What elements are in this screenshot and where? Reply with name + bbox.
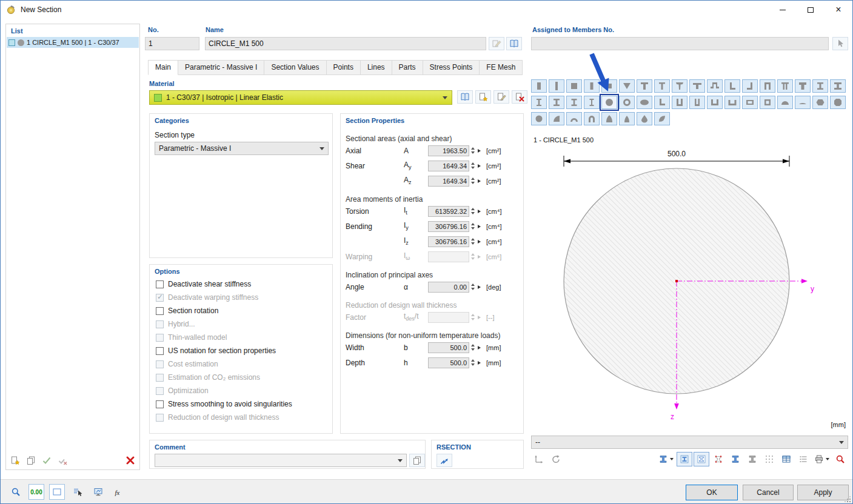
titlebar[interactable]: New Section × xyxy=(1,1,852,19)
value-spinner[interactable] xyxy=(469,236,476,247)
section-shape-angle-left[interactable] xyxy=(724,79,740,93)
property-value-input[interactable]: 500.0 xyxy=(428,357,469,368)
value-detail-button[interactable] xyxy=(476,161,483,171)
section-shape-rect-solid[interactable] xyxy=(531,79,547,93)
section-shape-semicircle[interactable] xyxy=(777,96,793,109)
section-shape-angle-right[interactable] xyxy=(742,79,758,93)
section-shape-circle-small[interactable] xyxy=(531,112,547,125)
value-detail-button[interactable] xyxy=(476,221,483,232)
section-shape-hexagon[interactable] xyxy=(812,96,828,109)
tab-parametric-massive-i[interactable]: Parametric - Massive I xyxy=(178,60,264,75)
property-value-input[interactable]: 1649.34 xyxy=(428,161,469,171)
tab-stress-points[interactable]: Stress Points xyxy=(423,60,480,75)
section-shape-arc-segment[interactable] xyxy=(566,112,582,125)
new-section-button[interactable] xyxy=(8,454,22,467)
property-value-input[interactable]: 306796.16 xyxy=(428,221,469,232)
tab-section-values[interactable]: Section Values xyxy=(264,60,326,75)
print-button[interactable] xyxy=(812,452,831,466)
section-shape-pointed-arch[interactable] xyxy=(601,112,617,125)
material-select[interactable]: 1 - C30/37 | Isotropic | Linear Elastic xyxy=(149,90,452,105)
section-shape-triangle-down[interactable] xyxy=(619,79,635,93)
solid-view-button[interactable] xyxy=(677,452,692,466)
value-spinner[interactable] xyxy=(469,161,476,171)
value-detail-button[interactable] xyxy=(476,145,483,156)
display-options-button[interactable] xyxy=(90,484,106,500)
preview-dropdown[interactable]: -- xyxy=(531,436,848,449)
copy-section-button[interactable] xyxy=(24,454,38,467)
value-spinner[interactable] xyxy=(469,221,476,232)
table-button[interactable] xyxy=(778,452,794,466)
section-shape-channel-down[interactable] xyxy=(760,79,775,93)
comment-select[interactable] xyxy=(155,454,407,467)
cancel-button[interactable]: Cancel xyxy=(743,485,794,500)
property-value-input[interactable]: 1963.50 xyxy=(428,145,469,156)
section-shape-channel-u-wide[interactable] xyxy=(724,96,740,109)
section-shape-rect-narrow[interactable] xyxy=(584,79,600,93)
section-shape-channel-u[interactable] xyxy=(707,96,723,109)
color-swatch-button[interactable] xyxy=(49,484,65,500)
minimize-button[interactable] xyxy=(769,1,797,19)
section-shape-quarter-circle[interactable] xyxy=(549,112,564,125)
section-shape-tube-rect[interactable] xyxy=(742,96,758,109)
value-spinner[interactable] xyxy=(469,282,476,293)
section-shape-tee-wide[interactable] xyxy=(689,79,705,93)
property-value-input[interactable]: 613592.32 xyxy=(428,206,469,217)
checkbox-section-rotation[interactable] xyxy=(156,307,164,315)
function-button[interactable]: fx xyxy=(111,484,127,500)
value-spinner[interactable] xyxy=(469,176,476,187)
section-shape-ellipse-solid[interactable] xyxy=(637,96,652,109)
value-spinner[interactable] xyxy=(469,342,476,353)
new-material-button[interactable] xyxy=(475,90,491,104)
tab-lines[interactable]: Lines xyxy=(361,60,392,75)
section-type-select[interactable]: Parametric - Massive I xyxy=(155,142,329,155)
section-shape-i-narrow[interactable] xyxy=(531,96,547,109)
section-shape-channel-up[interactable] xyxy=(672,96,687,109)
tab-main[interactable]: Main xyxy=(148,60,178,75)
no-input[interactable] xyxy=(145,37,199,50)
section-shape-arch[interactable] xyxy=(584,112,600,125)
tab-parts[interactable]: Parts xyxy=(392,60,423,75)
property-value-input[interactable]: 306796.16 xyxy=(428,236,469,247)
section-shape-square-solid[interactable] xyxy=(566,79,582,93)
edit-material-button[interactable] xyxy=(493,90,509,104)
section-shape-i-tapered[interactable] xyxy=(549,96,564,109)
section-shape-tee-narrow[interactable] xyxy=(654,79,670,93)
section-shape-pointed-arch-narrow[interactable] xyxy=(619,112,635,125)
value-spinner[interactable] xyxy=(469,357,476,368)
section-shape-double-tee[interactable] xyxy=(777,79,793,93)
checkbox-us-notation-for-section-properties[interactable] xyxy=(156,347,164,355)
section-shape-circle-solid[interactable] xyxy=(601,96,617,109)
value-spinner[interactable] xyxy=(469,206,476,217)
section-shape-i-section[interactable] xyxy=(812,79,828,93)
section-shape-hat[interactable] xyxy=(707,79,723,93)
resize-grip[interactable] xyxy=(845,496,851,502)
beam-blue-button[interactable] xyxy=(728,452,743,466)
section-shape-tee-heavy[interactable] xyxy=(795,79,811,93)
delete-material-button[interactable] xyxy=(512,90,527,104)
decimals-button[interactable]: 0.00 xyxy=(28,484,44,500)
section-shape-octagon[interactable] xyxy=(830,96,846,109)
section-shape-square-small[interactable] xyxy=(601,79,617,93)
library-button[interactable] xyxy=(506,37,522,50)
value-spinner[interactable] xyxy=(469,145,476,156)
copy-comment-button[interactable] xyxy=(409,454,425,467)
tab-fe-mesh[interactable]: FE Mesh xyxy=(480,60,523,75)
rsection-export-button[interactable] xyxy=(437,454,452,467)
section-shape-i-section-wide[interactable] xyxy=(830,79,846,93)
property-value-input[interactable]: 1649.34 xyxy=(428,176,469,187)
stress-points-button[interactable] xyxy=(711,452,726,466)
assigned-members-input[interactable] xyxy=(531,37,829,50)
delete-section-button[interactable] xyxy=(124,454,137,467)
maximize-button[interactable] xyxy=(797,1,825,19)
value-detail-button[interactable] xyxy=(476,176,483,187)
value-detail-button[interactable] xyxy=(476,342,483,353)
ok-button[interactable]: OK xyxy=(686,485,738,500)
section-shape-leaf[interactable] xyxy=(654,112,670,125)
value-detail-button[interactable] xyxy=(476,282,483,293)
tab-points[interactable]: Points xyxy=(327,60,361,75)
section-shape-tube-square[interactable] xyxy=(760,96,775,109)
value-detail-button[interactable] xyxy=(476,357,483,368)
section-shape-segment[interactable] xyxy=(795,96,811,109)
library-button[interactable] xyxy=(457,90,473,104)
select-members-button[interactable] xyxy=(70,484,85,500)
